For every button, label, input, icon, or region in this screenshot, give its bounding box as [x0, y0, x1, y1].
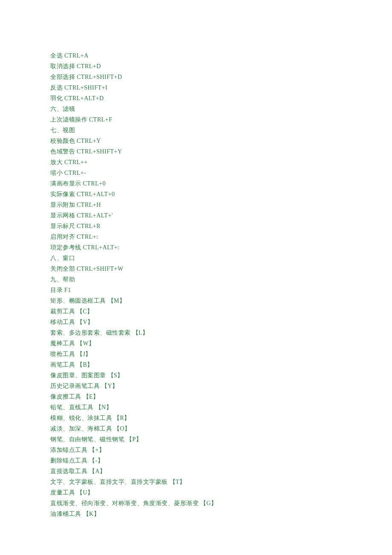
text-line: 满画布显示 CTRL+0	[50, 178, 342, 189]
text-line: 取消选择 CTRL+D	[50, 61, 342, 72]
text-line: 六、滤镜	[50, 104, 342, 114]
text-line: 羽化 CTRL+ALT+D	[50, 93, 342, 104]
text-line: 显示附加 CTRL+H	[50, 199, 342, 210]
text-line: 上次滤镜操作 CTRL+F	[50, 114, 342, 125]
text-line: 模糊、锐化、涂抹工具 【R】	[50, 413, 342, 423]
text-line: 启用对齐 CTRL+:	[50, 231, 342, 242]
text-line: 减淡、加深、海棉工具 【O】	[50, 423, 342, 434]
text-line: 八、窗口	[50, 253, 342, 263]
text-line: 度量工具 【U】	[50, 487, 342, 498]
text-line: 校验颜色 CTRL+Y	[50, 136, 342, 146]
text-line: 文字、文字蒙板、直排文字、直排文字蒙板 【T】	[50, 477, 342, 487]
text-line: 九、帮助	[50, 274, 342, 285]
text-line: 油漆桶工具 【K】	[50, 509, 342, 519]
text-line: 显示标尺 CTRL+R	[50, 221, 342, 231]
text-line: 魔棒工具 【W】	[50, 338, 342, 349]
text-line: 像皮图章、图案图章 【S】	[50, 370, 342, 381]
text-line: 套索、多边形套索、磁性套索 【L】	[50, 327, 342, 338]
text-line: 全部选择 CTRL+SHIFT+D	[50, 72, 342, 82]
text-line: 色域警告 CTRL+SHIFT+Y	[50, 146, 342, 157]
text-line: 直线渐变、径向渐变、对称渐变、角度渐变、菱形渐变 【G】	[50, 498, 342, 509]
document-page: 全选 CTRL+A取消选择 CTRL+D全部选择 CTRL+SHIFT+D反选 …	[0, 0, 392, 555]
text-line: 七、视图	[50, 125, 342, 136]
text-line: 历史记录画笔工具 【Y】	[50, 381, 342, 391]
text-line: 实际像素 CTRL+ALT+0	[50, 189, 342, 199]
text-line: 像皮擦工具 【E】	[50, 391, 342, 402]
text-line: 裁剪工具 【C】	[50, 306, 342, 317]
text-line: 琐定参考线 CTRL+ALT+:	[50, 242, 342, 253]
text-line: 目录 F1	[50, 285, 342, 295]
text-line: 全选 CTRL+A	[50, 50, 342, 61]
text-line: 删除锚点工具 【-】	[50, 455, 342, 466]
text-line: 显示网格 CTRL+ALT+'	[50, 210, 342, 221]
text-line: 移动工具 【V】	[50, 317, 342, 327]
text-line: 矩形、椭圆选框工具 【M】	[50, 295, 342, 306]
text-line: 喷枪工具 【J】	[50, 349, 342, 359]
text-line: 直接选取工具 【A】	[50, 466, 342, 477]
text-line: 画笔工具 【B】	[50, 359, 342, 370]
text-line: 缩小 CTRL+-	[50, 168, 342, 178]
text-line: 钢笔、自由钢笔、磁性钢笔 【P】	[50, 434, 342, 445]
text-line: 放大 CTRL++	[50, 157, 342, 168]
text-line: 添加锚点工具 【+】	[50, 445, 342, 455]
text-line: 反选 CTRL+SHIFT+I	[50, 82, 342, 93]
text-line: 关闭全部 CTRL+SHIFT+W	[50, 263, 342, 274]
text-line: 铅笔、直线工具 【N】	[50, 402, 342, 413]
text-content: 全选 CTRL+A取消选择 CTRL+D全部选择 CTRL+SHIFT+D反选 …	[50, 50, 342, 519]
